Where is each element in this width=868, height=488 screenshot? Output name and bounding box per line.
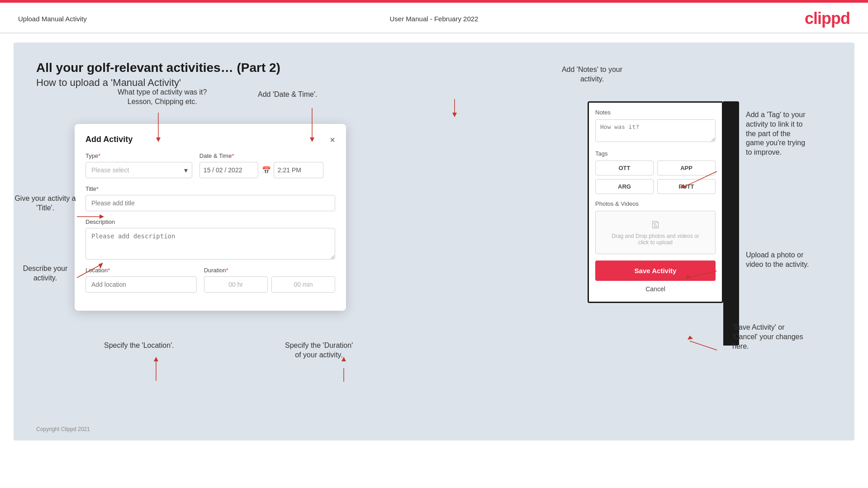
type-label: Type* [85,152,192,159]
dialog-title: Add Activity [85,135,133,144]
duration-hr-input[interactable] [204,276,268,293]
date-input[interactable] [199,162,258,178]
tag-putt[interactable]: PUTT [657,179,716,194]
annotation-duration: Specify the 'Duration'of your activity. [285,341,353,360]
copyright: Copyright Clippd 2021 [36,426,90,432]
section-subtitle: How to upload a 'Manual Activity' [36,77,832,89]
photos-section-label: Photos & Videos [595,200,716,207]
photo-drop-zone[interactable]: 🖻 Drag and Drop photos and videos orclic… [595,211,716,254]
cancel-link[interactable]: Cancel [595,285,716,295]
notes-section-label: Notes [595,109,716,116]
annotation-tag: Add a 'Tag' to youractivity to link it t… [746,110,845,157]
annotation-location: Specify the 'Location'. [104,341,174,351]
tags-section-label: Tags [595,150,716,157]
add-activity-dialog: Add Activity × Type* Please select Date … [75,124,346,311]
manual-title: User Manual - February 2022 [390,15,479,23]
svg-marker-20 [688,336,693,340]
notes-textarea[interactable] [595,119,716,142]
type-select[interactable]: Please select [85,162,192,178]
duration-label: Duration* [204,267,335,274]
location-input[interactable] [85,276,197,293]
annotation-upload: Upload a photo orvideo to the activity. [746,251,845,270]
annotation-notes: Add 'Notes' to youractivity. [551,65,633,84]
description-textarea[interactable] [85,228,335,260]
annotation-title: Give your activity a'Title'. [9,194,81,213]
calendar-icon: 📅 [262,166,271,175]
tag-arg[interactable]: ARG [595,179,654,194]
location-label: Location* [85,267,197,274]
annotation-date-time: Add 'Date & Time'. [258,90,318,99]
time-input[interactable] [274,162,323,178]
phone-panel: Notes Tags OTT APP ARG PUTT Photos & Vid… [588,101,723,303]
logo: clippd [805,9,850,28]
page-title: Upload Manual Activity [18,15,87,23]
svg-line-19 [690,341,717,350]
annotation-describe: Describe youractivity. [9,264,81,283]
title-input[interactable] [85,195,335,211]
svg-marker-10 [154,357,158,361]
photo-icon: 🖻 [600,219,711,231]
save-activity-button[interactable]: Save Activity [595,261,716,281]
photo-drop-text: Drag and Drop photos and videos orclick … [600,233,711,246]
date-time-label: Date & Time* [199,152,335,159]
title-label: Title* [85,185,335,192]
section-title: All your golf-relevant activities… (Part… [36,61,832,75]
annotation-save: 'Save Activity' or'Cancel' your changesh… [732,323,845,351]
phone-side-bar [723,101,739,346]
svg-marker-14 [452,113,457,117]
dialog-close-button[interactable]: × [330,135,335,144]
tag-ott[interactable]: OTT [595,161,654,175]
annotation-what-type: What type of activity was it?Lesson, Chi… [118,88,207,107]
tag-app[interactable]: APP [657,161,716,175]
duration-min-input[interactable] [271,276,335,293]
tags-grid: OTT APP ARG PUTT [595,161,716,194]
description-label: Description [85,218,335,225]
